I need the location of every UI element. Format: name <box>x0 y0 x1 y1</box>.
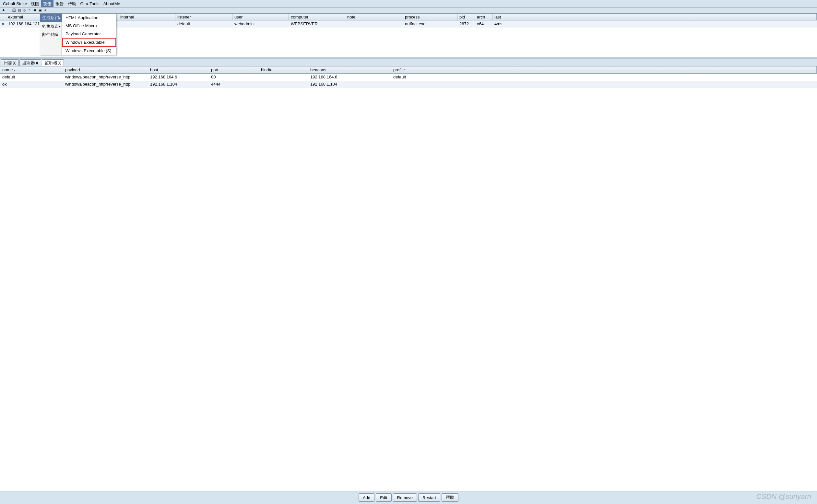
cell-computer: WEBSERVER <box>289 20 345 28</box>
menu-layer: 生成后门▸ 钓鱼攻击▸ 邮件钓鱼 HTML Application MS Off… <box>40 13 116 55</box>
menu-aboutme[interactable]: AboutMe <box>101 1 122 7</box>
listeners-header: name payload host port bindto beacons pr… <box>0 66 817 74</box>
menu-mail-phishing[interactable]: 邮件钓鱼 <box>40 30 62 39</box>
backdoor-submenu: HTML Application MS Office Macro Payload… <box>62 13 116 55</box>
tab-listeners-2-label: 监听器 <box>45 60 57 66</box>
col-listener[interactable]: listener <box>175 14 232 20</box>
tab-listeners-1-label: 监听器 <box>22 60 35 66</box>
col-port[interactable]: port <box>209 66 259 73</box>
col-name[interactable]: name <box>0 66 63 73</box>
monitor-icon <box>0 20 6 28</box>
app-root: Cobalt Strike 视图 攻击 报告 帮助 OLa-Tools Abou… <box>0 0 817 504</box>
menu-office-macro[interactable]: MS Office Macro <box>62 22 116 30</box>
cell-pid: 2672 <box>457 20 475 28</box>
col-internal[interactable]: internal <box>118 14 175 20</box>
cell-user: webadmin <box>232 20 289 28</box>
edit-button[interactable]: Edit <box>376 493 391 502</box>
cell-host: 192.168.1.104 <box>148 81 209 88</box>
tab-log[interactable]: 日志X <box>1 59 19 66</box>
session-row[interactable]: 192.168.164.131 default webadmin WEBSERV… <box>0 20 817 28</box>
menu-mail-phishing-label: 邮件钓鱼 <box>42 32 59 38</box>
menubar: Cobalt Strike 视图 攻击 报告 帮助 OLa-Tools Abou… <box>0 0 817 7</box>
col-beacons[interactable]: beacons <box>308 66 391 73</box>
download-icon[interactable]: ⬇ <box>43 8 47 12</box>
bars-icon[interactable]: ≡ <box>28 8 31 12</box>
cell-port: 4444 <box>209 81 259 88</box>
cell-bindto <box>259 74 308 81</box>
cell-profile: default <box>391 74 817 81</box>
col-bindto[interactable]: bindto <box>259 66 308 73</box>
menu-cobalt-strike[interactable]: Cobalt Strike <box>1 1 29 7</box>
cell-last: 4ms <box>492 20 817 28</box>
tab-bar: 日志X 监听器X 监听器X <box>0 59 817 66</box>
col-arch[interactable]: arch <box>475 14 492 20</box>
listener-row[interactable]: default windows/beacon_http/reverse_http… <box>0 74 817 81</box>
listener-row[interactable]: ok windows/beacon_http/reverse_http 192.… <box>0 81 817 88</box>
cell-payload: windows/beacon_http/reverse_http <box>63 81 148 88</box>
menu-phishing[interactable]: 钓鱼攻击▸ <box>40 22 62 30</box>
menu-windows-executable-s[interactable]: Windows Executable (S) <box>62 47 116 55</box>
chevron-right-icon: ▸ <box>59 16 61 20</box>
minus-icon[interactable]: ▭ <box>7 8 11 12</box>
cell-payload: windows/beacon_http/reverse_http <box>63 74 148 81</box>
cell-beacons: 192.168.1.104 <box>308 81 391 88</box>
cell-port: 80 <box>209 74 259 81</box>
col-icon[interactable] <box>0 14 6 20</box>
help-button[interactable]: 帮助 <box>442 493 458 502</box>
menu-phishing-label: 钓鱼攻击 <box>42 23 59 29</box>
add-button[interactable]: Add <box>359 493 374 502</box>
col-profile[interactable]: profile <box>391 66 817 73</box>
sessions-panel: external internal listener user computer… <box>0 13 817 59</box>
sessions-header: external internal listener user computer… <box>0 13 817 20</box>
cell-name: default <box>0 74 63 81</box>
headphones-icon[interactable]: 🎧 <box>12 8 16 12</box>
plus-icon[interactable]: ✚ <box>2 8 6 12</box>
cell-arch: x64 <box>475 20 492 28</box>
target-icon[interactable]: ◎ <box>22 8 26 12</box>
listeners-body: default windows/beacon_http/reverse_http… <box>0 74 817 491</box>
menu-backdoor-label: 生成后门 <box>42 15 59 21</box>
lower-panel: 日志X 监听器X 监听器X name payload host port bin… <box>0 59 817 504</box>
toolbar: ✚ ▭ 🎧 ▤ ◎ ≡ ✱ ▣ ⬇ <box>0 7 817 13</box>
col-computer[interactable]: computer <box>289 14 345 20</box>
svg-rect-0 <box>2 23 4 25</box>
tab-listeners-1[interactable]: 监听器X <box>19 59 41 66</box>
menu-ola-tools[interactable]: OLa-Tools <box>78 1 101 7</box>
close-icon[interactable]: X <box>13 61 16 65</box>
cell-internal <box>118 20 175 28</box>
chevron-right-icon: ▸ <box>59 25 61 28</box>
col-last[interactable]: last <box>492 14 817 20</box>
cell-beacons: 192.168.164.6 <box>308 74 391 81</box>
menu-html-application[interactable]: HTML Application <box>62 14 116 22</box>
remove-button[interactable]: Remove <box>393 493 417 502</box>
cell-listener: default <box>175 20 232 28</box>
menu-windows-executable[interactable]: Windows Executable <box>62 38 116 47</box>
menu-report[interactable]: 报告 <box>53 0 66 7</box>
close-icon[interactable]: X <box>36 61 39 65</box>
menu-payload-generator[interactable]: Payload Generator <box>62 30 116 38</box>
attack-submenu: 生成后门▸ 钓鱼攻击▸ 邮件钓鱼 <box>40 13 62 55</box>
col-host[interactable]: host <box>148 66 209 73</box>
restart-button[interactable]: Restart <box>418 493 440 502</box>
list-icon[interactable]: ▤ <box>17 8 21 12</box>
col-note[interactable]: note <box>345 14 403 20</box>
screenshot-icon[interactable]: ▣ <box>38 8 42 12</box>
menu-backdoor[interactable]: 生成后门▸ <box>40 14 62 22</box>
close-icon[interactable]: X <box>58 61 61 65</box>
col-user[interactable]: user <box>232 14 289 20</box>
cell-note <box>345 20 403 28</box>
cell-host: 192.168.164.6 <box>148 74 209 81</box>
col-process[interactable]: process <box>403 14 457 20</box>
cell-profile <box>391 81 817 88</box>
col-pid[interactable]: pid <box>457 14 475 20</box>
cell-name: ok <box>0 81 63 88</box>
col-payload[interactable]: payload <box>63 66 148 73</box>
sessions-body: 192.168.164.131 default webadmin WEBSERV… <box>0 20 817 57</box>
gear-icon[interactable]: ✱ <box>33 8 37 12</box>
menu-help[interactable]: 帮助 <box>66 0 78 7</box>
tab-listeners-2[interactable]: 监听器X <box>42 59 64 66</box>
cell-process: artifact.exe <box>403 20 457 28</box>
menu-view[interactable]: 视图 <box>29 0 41 7</box>
menu-attack[interactable]: 攻击 <box>41 0 53 7</box>
button-bar: Add Edit Remove Restart 帮助 <box>0 491 817 504</box>
